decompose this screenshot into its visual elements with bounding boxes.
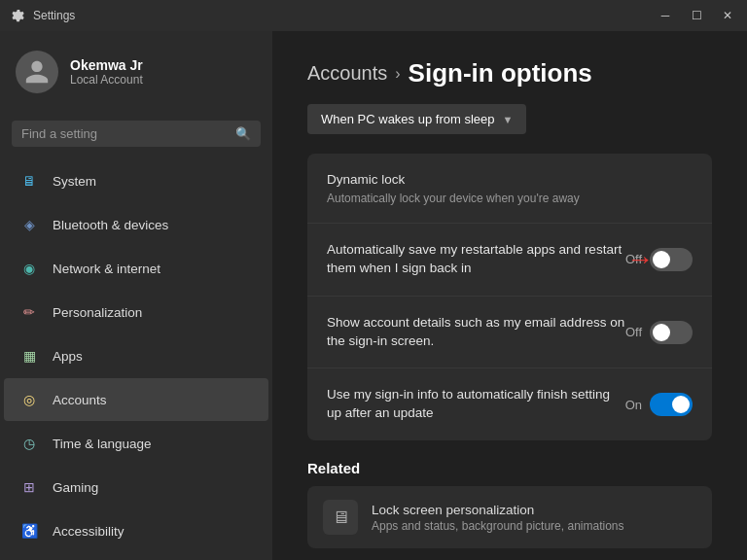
toggle-thumb-restartable-apps — [653, 251, 670, 268]
sidebar-item-personalization[interactable]: ✏ Personalization — [4, 291, 268, 333]
sidebar-item-label-system: System — [53, 174, 96, 189]
setting-row-dynamic-lock: Dynamic lock Automatically lock your dev… — [307, 154, 712, 224]
network-icon: ◉ — [19, 259, 39, 278]
toggle-label-restartable-apps: Off — [625, 252, 642, 266]
search-box[interactable]: 🔍 — [12, 121, 261, 147]
nav-items: 🖥 System ◈ Bluetooth & devices ◉ Network… — [0, 158, 272, 560]
sidebar-item-label-gaming: Gaming — [53, 480, 98, 495]
settings-section: Dynamic lock Automatically lock your dev… — [307, 154, 712, 440]
close-button[interactable]: ✕ — [720, 9, 735, 22]
toggle-label-sign-in-info: On — [625, 398, 642, 412]
accounts-icon: ◎ — [19, 390, 39, 409]
breadcrumb: Accounts › Sign-in options — [307, 58, 712, 88]
toggle-thumb-sign-in-info — [672, 396, 690, 413]
avatar — [16, 51, 58, 93]
setting-subtitle-dynamic-lock: Automatically lock your device when you'… — [327, 192, 580, 205]
sidebar-item-system[interactable]: 🖥 System — [4, 159, 268, 202]
related-text-lock-screen: Lock screen personalization Apps and sta… — [372, 503, 624, 533]
gaming-icon: ⊞ — [19, 477, 39, 497]
sidebar-item-gaming[interactable]: ⊞ Gaming — [4, 466, 268, 508]
time-icon: ◷ — [19, 434, 39, 453]
sidebar-item-label-network: Network & internet — [53, 262, 160, 276]
settings-icon — [12, 9, 25, 22]
related-items: 🖥 Lock screen personalization Apps and s… — [307, 486, 712, 548]
avatar-icon — [23, 58, 51, 86]
setting-control-restartable-apps: Off — [625, 248, 693, 271]
toggle-thumb-account-details — [653, 324, 670, 341]
breadcrumb-chevron: › — [395, 65, 400, 83]
search-container: 🔍 — [0, 113, 272, 158]
breadcrumb-current: Sign-in options — [409, 58, 592, 88]
setting-control-account-details: Off — [625, 321, 693, 344]
chevron-down-icon: ▼ — [502, 114, 513, 125]
setting-title-account-details: Show account details such as my email ad… — [327, 314, 625, 351]
titlebar: Settings ─ ☐ ✕ — [0, 0, 747, 31]
setting-text-sign-in-info: Use my sign-in info to automatically fin… — [327, 386, 625, 423]
related-item-lock-screen[interactable]: 🖥 Lock screen personalization Apps and s… — [307, 486, 712, 548]
setting-title-sign-in-info: Use my sign-in info to automatically fin… — [327, 386, 625, 423]
breadcrumb-parent: Accounts — [307, 62, 387, 85]
sidebar-item-bluetooth[interactable]: ◈ Bluetooth & devices — [4, 203, 268, 246]
dropdown-label: When PC wakes up from sleep — [321, 112, 494, 126]
sleep-dropdown[interactable]: When PC wakes up from sleep ▼ — [307, 104, 526, 134]
related-desc-lock-screen: Apps and status, background picture, ani… — [372, 519, 624, 533]
user-profile[interactable]: Okemwa Jr Local Account — [0, 31, 272, 113]
sidebar-item-time[interactable]: ◷ Time & language — [4, 422, 268, 465]
minimize-button[interactable]: ─ — [658, 9, 673, 22]
setting-text-dynamic-lock: Dynamic lock Automatically lock your dev… — [327, 171, 580, 205]
sidebar-item-apps[interactable]: ▦ Apps — [4, 334, 268, 377]
system-icon: 🖥 — [19, 171, 39, 191]
toggle-account-details[interactable] — [650, 321, 693, 344]
setting-row-sign-in-info: Use my sign-in info to automatically fin… — [307, 368, 712, 440]
sidebar-item-accessibility[interactable]: ♿ Accessibility — [4, 509, 268, 552]
related-name-lock-screen: Lock screen personalization — [372, 503, 624, 517]
setting-title-restartable-apps: Automatically save my restartable apps a… — [327, 241, 625, 278]
search-input[interactable] — [21, 126, 228, 141]
sidebar-item-label-accounts: Accounts — [53, 393, 107, 407]
titlebar-left: Settings — [12, 9, 75, 22]
sidebar-item-label-time: Time & language — [53, 437, 152, 451]
toggle-sign-in-info[interactable] — [650, 393, 693, 416]
toggle-label-account-details: Off — [625, 325, 642, 339]
titlebar-title: Settings — [33, 9, 75, 22]
main-layout: Okemwa Jr Local Account 🔍 🖥 System ◈ Blu… — [0, 31, 747, 560]
titlebar-controls: ─ ☐ ✕ — [658, 9, 735, 22]
content-area: Accounts › Sign-in options When PC wakes… — [272, 31, 747, 560]
maximize-button[interactable]: ☐ — [689, 9, 704, 22]
sidebar-item-network[interactable]: ◉ Network & internet — [4, 247, 268, 290]
sidebar-item-label-bluetooth: Bluetooth & devices — [53, 218, 168, 232]
sidebar-item-label-personalization: Personalization — [53, 305, 142, 320]
setting-control-sign-in-info: On — [625, 393, 693, 416]
setting-title-dynamic-lock: Dynamic lock — [327, 171, 580, 190]
user-name: Okemwa Jr — [70, 57, 143, 73]
personalization-icon: ✏ — [19, 302, 39, 322]
related-icon-lock-screen: 🖥 — [323, 500, 358, 535]
sidebar-item-label-accessibility: Accessibility — [53, 524, 124, 539]
setting-text-account-details: Show account details such as my email ad… — [327, 314, 625, 351]
setting-row-account-details: Show account details such as my email ad… — [307, 297, 712, 369]
accessibility-icon: ♿ — [19, 521, 39, 541]
user-info: Okemwa Jr Local Account — [70, 57, 143, 87]
setting-row-restartable-apps: Automatically save my restartable apps a… — [307, 224, 712, 297]
search-icon: 🔍 — [235, 126, 251, 141]
setting-text-restartable-apps: Automatically save my restartable apps a… — [327, 241, 625, 278]
sidebar-item-label-apps: Apps — [53, 349, 83, 364]
apps-icon: ▦ — [19, 346, 39, 366]
sidebar-item-accounts[interactable]: ◎ Accounts — [4, 378, 268, 421]
toggle-restartable-apps[interactable] — [650, 248, 693, 271]
sidebar: Okemwa Jr Local Account 🔍 🖥 System ◈ Blu… — [0, 31, 272, 560]
related-title: Related — [307, 460, 712, 476]
user-type: Local Account — [70, 73, 143, 87]
bluetooth-icon: ◈ — [19, 215, 39, 234]
